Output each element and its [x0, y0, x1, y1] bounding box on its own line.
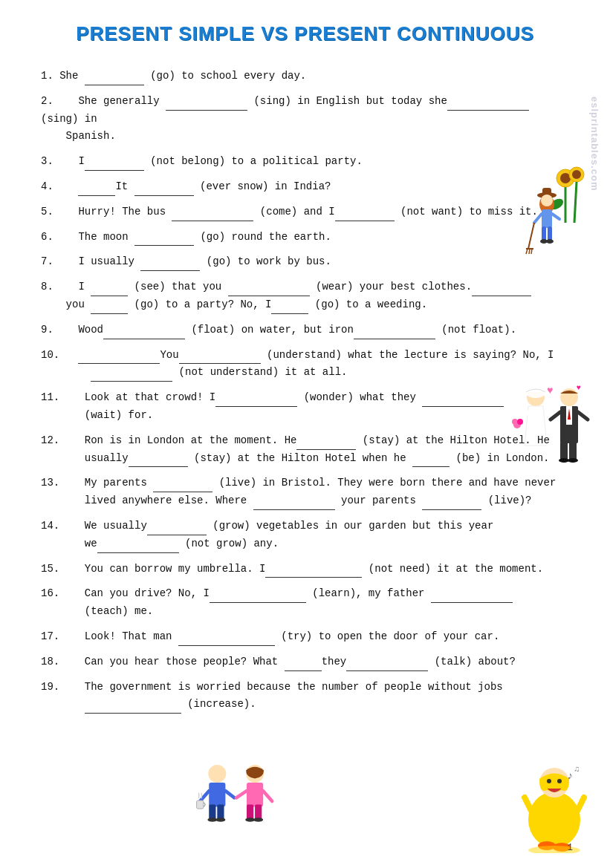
blank-17-1[interactable]: [178, 634, 275, 646]
svg-point-46: [215, 818, 225, 822]
svg-rect-43: [209, 805, 215, 820]
svg-point-54: [245, 818, 255, 822]
svg-rect-52: [247, 805, 253, 820]
exercise-16: 16. Can you drive? No, I (learn), my fat…: [41, 585, 569, 621]
watermark: eslprintables.com: [590, 97, 601, 192]
blank-8-2[interactable]: [228, 284, 310, 296]
svg-rect-51: [247, 783, 263, 806]
exercise-18: 18. Can you hear those people? What they…: [41, 653, 569, 671]
blank-14-2[interactable]: [97, 541, 179, 553]
exercise-11: 11. Look at that crowd! I (wonder) what …: [41, 389, 569, 425]
blank-10-3[interactable]: [91, 370, 172, 382]
exercise-15: 15. You can borrow my umbrella. I (not n…: [41, 561, 569, 578]
exercise-13: 13. My parents (live) in Bristol. They w…: [41, 474, 569, 510]
svg-line-6: [574, 182, 577, 223]
page-title: PRESENT SIMPLE vs PRESENT CONTINUOUS: [41, 22, 569, 45]
blank-14-1[interactable]: [147, 523, 207, 535]
svg-rect-34: [569, 442, 577, 460]
svg-line-62: [525, 797, 532, 812]
blank-8-1[interactable]: [91, 284, 128, 296]
blank-1-1[interactable]: [85, 74, 144, 85]
exercise-1: 1. She (go) to school every day.: [41, 68, 569, 85]
blank-19-1[interactable]: [85, 702, 181, 714]
exercise-7: 7. I usually (go) to work by bus.: [41, 253, 569, 271]
exercises-container: 1. She (go) to school every day. 2. She …: [41, 68, 569, 714]
blank-11-1[interactable]: [215, 395, 297, 407]
exercise-10: 10. You (understand) what the lecture is…: [41, 347, 569, 382]
page-number: 1: [568, 843, 573, 853]
blank-6-1[interactable]: [134, 234, 194, 246]
svg-line-48: [225, 791, 234, 797]
blank-9-2[interactable]: [354, 327, 435, 339]
blank-18-2[interactable]: [346, 659, 428, 671]
blank-12-2[interactable]: [129, 455, 188, 467]
blank-8-5[interactable]: [271, 302, 308, 314]
exercise-6: 6. The moon (go) round the earth.: [41, 229, 569, 247]
blank-5-1[interactable]: [172, 209, 253, 221]
svg-line-57: [263, 791, 272, 801]
blank-13-2[interactable]: [253, 498, 335, 510]
svg-line-38: [578, 412, 588, 420]
svg-rect-42: [209, 783, 225, 806]
exercise-19: 19. The government is worried because th…: [41, 679, 569, 714]
exercise-2: 2. She generally (sing) in English but t…: [41, 93, 569, 146]
exercise-8: 8. I (see) that you (wear) your best clo…: [41, 278, 569, 314]
blank-9-1[interactable]: [103, 327, 185, 339]
svg-line-63: [577, 797, 584, 812]
exercise-3: 3. I (not belong) to a political party.: [41, 153, 569, 171]
exercise-1-num: 1. She: [41, 70, 85, 82]
blank-11-2[interactable]: [422, 395, 504, 407]
svg-point-36: [568, 458, 578, 463]
svg-point-58: [528, 792, 580, 848]
page: PRESENT SIMPLE vs PRESENT CONTINUOUS esl…: [0, 0, 610, 868]
svg-point-55: [253, 818, 263, 822]
blank-4-2[interactable]: [134, 184, 194, 196]
blank-13-3[interactable]: [422, 498, 481, 510]
exercise-12: 12. Ron is in London at the moment. He (…: [41, 432, 569, 468]
couple-bottom-illustration: [186, 757, 290, 846]
blank-8-3[interactable]: [472, 284, 531, 296]
blank-7-1[interactable]: [140, 259, 200, 271]
exercise-17: 17. Look! That man (try) to open the doo…: [41, 628, 569, 646]
blank-2-2[interactable]: [447, 99, 529, 111]
svg-rect-53: [255, 805, 262, 820]
svg-line-56: [236, 791, 247, 797]
svg-text:♪: ♪: [567, 770, 573, 782]
blank-12-1[interactable]: [296, 438, 356, 450]
blank-12-3[interactable]: [412, 455, 450, 467]
svg-rect-49: [197, 800, 204, 809]
blank-15-1[interactable]: [265, 566, 362, 578]
svg-text:♥: ♥: [577, 384, 581, 392]
exercise-5: 5. Hurry! The bus (come) and I (not want…: [41, 203, 569, 221]
svg-point-61: [557, 779, 562, 783]
exercise-1-text: (go) to school every day.: [144, 70, 306, 82]
exercise-4: 4. It (ever snow) in India?: [41, 178, 569, 196]
blank-2-1[interactable]: [166, 99, 247, 111]
singer-bottom-illustration: ♪ ♫: [521, 757, 588, 853]
blank-18-1[interactable]: [285, 659, 322, 671]
svg-point-5: [572, 170, 581, 179]
blank-8-4[interactable]: [91, 302, 128, 314]
blank-5-2[interactable]: [335, 209, 395, 221]
svg-text:♫: ♫: [574, 765, 580, 774]
blank-10-1[interactable]: [78, 352, 160, 364]
blank-3-1[interactable]: [85, 159, 144, 171]
blank-16-1[interactable]: [210, 591, 306, 603]
blank-16-2[interactable]: [431, 591, 513, 603]
blank-13-1[interactable]: [153, 480, 212, 492]
svg-point-45: [207, 818, 217, 822]
blank-10-2[interactable]: [179, 352, 261, 364]
blank-4-1[interactable]: [78, 184, 115, 196]
exercise-9: 9. Wood (float) on water, but iron (not …: [41, 322, 569, 339]
exercise-14: 14. We usually (grow) vegetables in our …: [41, 518, 569, 553]
svg-rect-44: [217, 805, 224, 820]
svg-point-60: [547, 779, 551, 783]
svg-point-41: [208, 765, 226, 783]
